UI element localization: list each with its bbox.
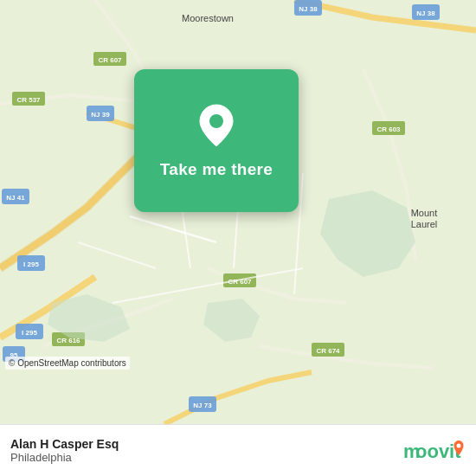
svg-text:CR 674: CR 674 (316, 347, 340, 355)
svg-text:Laurel: Laurel (411, 219, 438, 229)
svg-text:NJ 39: NJ 39 (91, 111, 110, 119)
svg-text:Moorestown: Moorestown (182, 13, 234, 23)
svg-text:CR 537: CR 537 (16, 96, 41, 104)
take-me-there-button[interactable]: Take me there (160, 160, 273, 179)
map-container: I 295 I 295 95 NJ 38 NJ 38 NJ 39 NJ 41 C… (0, 0, 476, 424)
svg-text:NJ 38: NJ 38 (299, 5, 318, 13)
location-city: Philadelphia (10, 451, 119, 464)
bottom-bar: Alan H Casper Esq Philadelphia m oovit (0, 424, 476, 476)
moovit-logo: m oovit (403, 437, 466, 465)
svg-text:NJ 38: NJ 38 (416, 10, 435, 17)
svg-text:NJ 41: NJ 41 (6, 194, 25, 202)
location-info: Alan H Casper Esq Philadelphia (10, 437, 119, 464)
svg-point-38 (209, 114, 223, 128)
location-name: Alan H Casper Esq (10, 437, 119, 451)
location-pin-icon (194, 103, 239, 148)
svg-text:CR 607: CR 607 (98, 56, 122, 64)
svg-point-41 (457, 443, 461, 447)
map-attribution: © OpenStreetMap contributors (5, 357, 130, 370)
svg-text:CR 603: CR 603 (376, 125, 401, 133)
svg-text:I 295: I 295 (22, 329, 37, 337)
take-me-there-card[interactable]: Take me there (134, 69, 299, 212)
svg-text:I 295: I 295 (23, 261, 39, 268)
svg-text:NJ 73: NJ 73 (193, 402, 212, 409)
svg-text:Mount: Mount (411, 208, 438, 218)
